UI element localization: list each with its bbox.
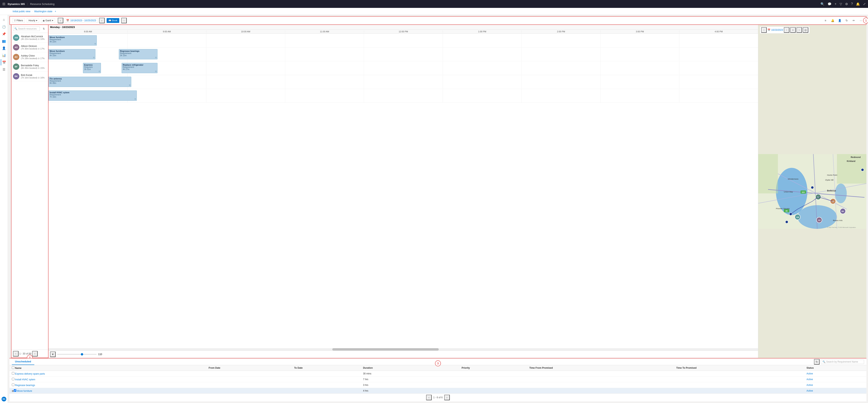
people-icon[interactable]: 👥 [1,38,7,44]
task-sub: Requirement [50,94,135,96]
task-sub: Requirement [50,80,130,82]
chart-icon[interactable]: 📊 [1,52,7,58]
list-icon[interactable]: ☰ [1,66,7,72]
requirement-link[interactable]: Express delivery spare parts [15,372,45,375]
gantt-scrollbar-thumb[interactable] [332,348,439,350]
name-cell: Express delivery spare parts [9,371,206,377]
search-resources-box[interactable]: 🔍 Search resources [13,27,40,31]
apps-icon[interactable]: ⊞ [2,2,5,6]
time-slot: 1:00 PM [443,30,522,33]
location-filter[interactable]: Washington state [34,10,52,13]
search-icon[interactable]: 🔍 [820,2,825,6]
resource-item[interactable]: BK Bob Kozak (7h 16m booked) ⊙ 16% [11,71,48,81]
user-avatar[interactable]: RS [2,397,6,401]
pinned-icon[interactable]: 📌 [1,31,7,37]
chat-icon[interactable]: 💬 [828,2,832,6]
home-icon[interactable]: ⌂ [1,17,7,23]
zoom-thumb[interactable] [81,353,83,355]
svg-point-37 [861,168,864,171]
status-cell: Active [804,377,866,382]
map-zoom-in-button[interactable]: + [790,27,796,33]
settings-icon[interactable]: ⚙ [845,2,848,6]
map-visualization[interactable]: 520 99 Kirkland Redmond Windermere Union… [758,25,866,358]
task-title: Express [84,64,100,66]
row-checkbox[interactable] [12,378,14,380]
requirements-icon[interactable]: ≡ [823,18,828,23]
gantt-scrollbar[interactable] [49,348,758,350]
requirements-table: NameFrom DateTo DateDurationPriorityTime… [9,365,866,393]
requirement-link[interactable]: Install HVAC sytem [15,378,35,381]
resource-sort-button[interactable]: ⇅ [41,26,46,32]
more-options-button[interactable]: ··· [121,18,127,23]
column-header: From Date [206,365,292,371]
gantt-task[interactable]: Fix antenna Requirement 6h 49m ⊙ 19m [49,77,131,87]
resource-meta: (6h 49m booked) ⊙ 15% [21,67,46,69]
nav-separator: · [32,10,33,13]
recent-icon[interactable]: 🕐 [1,24,7,30]
map-prev-button[interactable]: ‹ [761,27,767,33]
filter-icon[interactable]: ▽ [840,2,842,6]
gantt-rows: Move furniture Requirement 4h 22m ⊙ 22m … [49,34,758,348]
gantt-task[interactable]: Move furniture Requirement 4h 15m ⊙ 19m [49,49,95,59]
expand-icon[interactable]: ⤢ [863,2,866,6]
add-icon[interactable]: + [835,2,836,6]
map-next-button[interactable]: › [784,27,789,33]
resource-name: Ashley Chinn [21,54,46,57]
prev-resource-button[interactable]: ‹ [13,351,19,356]
row-checkbox[interactable] [12,383,14,386]
calendar-icon[interactable]: 📅 [1,59,7,65]
refresh-icon[interactable]: ↻ [844,18,849,23]
gantt-task[interactable]: Regrease bearings Requirement 3h 15m ⊙ 1… [119,49,157,59]
alert-icon[interactable]: 🔔 [830,18,835,23]
view-name[interactable]: Initial public view [12,10,30,13]
row-checkbox[interactable] [14,389,17,392]
column-header: Name [9,365,206,371]
more-toolbar-button[interactable]: ··· [858,18,864,23]
status-badge: Active [807,384,813,386]
filters-button[interactable]: ▽ Filters [12,18,25,23]
person-icon[interactable]: 👤 [1,45,7,51]
requirement-link[interactable]: Move furniture [17,390,32,392]
person-add-icon[interactable]: 👤 [837,18,842,23]
to-date-cell [292,371,361,377]
bottom-refresh-button[interactable]: ↻ [814,359,819,365]
bottom-search-box[interactable]: 🔍 Search by Requirement Name [821,360,864,364]
zoom-slider[interactable] [57,354,97,355]
gantt-task[interactable]: Replace refrigerator Requirement 4h 27m … [122,63,157,73]
select-all-checkbox[interactable] [12,366,14,369]
hourly-button[interactable]: Hourly ▾ [27,18,39,23]
column-header: To Date [292,365,361,371]
next-page-button[interactable]: › [444,395,450,400]
prev-page-button[interactable]: ‹ [426,395,432,400]
resource-item[interactable]: AD Allison Dickson (7h 30m booked) ⊙ 17% [11,42,48,52]
add-view-button[interactable]: + [55,10,56,13]
next-date-button[interactable]: › [99,18,105,23]
map-zoom-out-button[interactable]: − [797,27,802,33]
calendar-icon: 📅 [768,29,770,31]
resource-item[interactable]: AC Ashley Chinn (7h 28m booked) ⊙ 17% [11,52,48,62]
map-locate-button[interactable]: ◎ [803,27,808,33]
requirement-link[interactable]: Regrease bearings [15,384,35,386]
notification-icon[interactable]: 🔔 [856,2,860,6]
gantt-button[interactable]: ▦ Gantt ▾ [41,18,55,23]
table-row: Regrease bearings 3 hrs Active [9,382,866,388]
time-slot: 10:00 AM [206,30,285,33]
date-range[interactable]: 📅 10/19/2023 - 10/25/2023 [64,18,98,23]
task-duration: 6h 49m [50,82,130,84]
help-icon[interactable]: ? [851,2,853,6]
book-button[interactable]: 📖 Book [106,18,119,23]
zoom-value: 110 [98,353,102,356]
collapse-button[interactable]: ▼ [50,351,56,357]
gantt-task[interactable]: Express Requirem 3h 01m ⊙ 2h 31m [83,63,101,73]
row-checkbox[interactable] [12,372,14,375]
resource-panel-header: 🔍 Search resources ⇅ [11,25,48,33]
prev-date-button[interactable]: ‹ [58,18,63,23]
edit-icon[interactable]: ✏ [851,18,857,23]
gantt-task[interactable]: Move furniture Requirement 4h 22m ⊙ 22m [49,35,97,45]
unscheduled-tab[interactable]: Unscheduled [12,359,34,365]
resource-item[interactable]: BF Bernadette Foley (6h 49m booked) ⊙ 15… [11,62,48,71]
gantt-task[interactable]: Install HVAC sytem Requirement 7h 16m ⊙ … [49,91,137,101]
resource-item[interactable]: AM Abraham McCormick (4h 22m booked) ⊙ 1… [11,33,48,42]
next-resource-button[interactable]: › [32,351,38,356]
top-nav-actions: 🔍 💬 + ▽ ⚙ ? 🔔 ⤢ [820,2,866,6]
